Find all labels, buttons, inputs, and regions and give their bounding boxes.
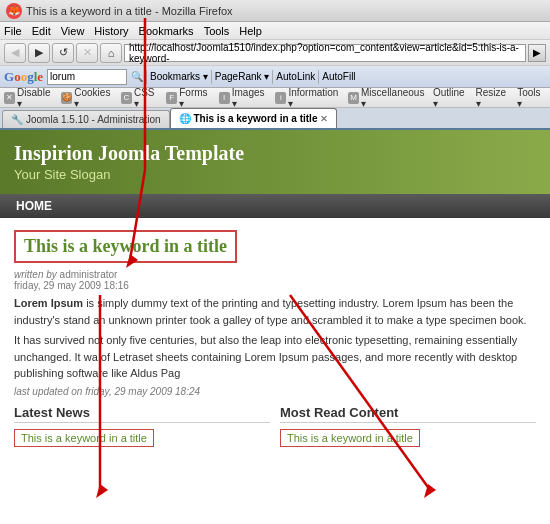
forms-label: Forms ▾ [179,87,212,109]
address-text: http://localhost/Joomla1510/index.php?op… [129,42,521,64]
menu-bookmarks[interactable]: Bookmarks [139,25,194,37]
tab-admin-label: Joomla 1.5.10 - Administration [26,114,161,125]
misc-item[interactable]: M Miscellaneous ▾ [348,87,427,109]
autolink-label: AutoLink [276,71,315,82]
article-body-text1: is simply dummy text of the printing and… [14,297,527,326]
window-title: This is a keyword in a title - Mozilla F… [26,5,233,17]
written-by-label: written by [14,269,57,280]
tabs-bar: 🔧 Joomla 1.5.10 - Administration 🌐 This … [0,108,550,130]
google-logo: Google [4,69,43,85]
addon-bar: ✕ Disable ▾ 🍪 Cookies ▾ C CSS ▾ F Forms … [0,88,550,108]
site-nav: HOME [0,194,550,218]
misc-label: Miscellaneous ▾ [361,87,427,109]
bookmarks-label: Bookmarks ▾ [150,71,208,82]
menu-file[interactable]: File [4,25,22,37]
article-date: friday, 29 may 2009 18:16 [14,280,129,291]
forward-button[interactable]: ▶ [28,43,50,63]
menu-edit[interactable]: Edit [32,25,51,37]
search-icon: 🔍 [131,71,143,82]
forms-icon: F [166,92,177,104]
latest-news-item-0[interactable]: This is a keyword in a title [14,429,154,447]
most-read-heading: Most Read Content [280,405,536,423]
tab-article-icon: 🌐 [179,113,191,125]
disable-icon: ✕ [4,92,15,104]
go-button[interactable]: ▶ [528,44,546,62]
latest-news-heading: Latest News [14,405,270,423]
cookies-icon: 🍪 [61,92,72,104]
nav-home[interactable]: HOME [10,199,58,213]
back-button[interactable]: ◀ [4,43,26,63]
css-icon: C [121,92,132,104]
information-item[interactable]: i Information ▾ [275,87,342,109]
latest-news-col: Latest News This is a keyword in a title [14,405,270,447]
firefox-icon: 🦊 [6,3,22,19]
article-body-1: Lorem Ipsum is simply dummy text of the … [14,295,536,328]
site-title: Inspirion Joomla Template [14,142,536,165]
tab-article-label: This is a keyword in a title [194,113,318,124]
tab-admin[interactable]: 🔧 Joomla 1.5.10 - Administration [2,110,170,128]
images-label: Images ▾ [232,87,270,109]
images-icon: I [219,92,230,104]
nav-bar: ◀ ▶ ↺ ✕ ⌂ http://localhost/Joomla1510/in… [0,40,550,66]
tools-item[interactable]: Tools ▾ [517,87,546,109]
address-bar[interactable]: http://localhost/Joomla1510/index.php?op… [124,44,526,62]
disable-item[interactable]: ✕ Disable ▾ [4,87,55,109]
article-title: This is a keyword in a title [14,230,237,263]
menu-tools[interactable]: Tools [204,25,230,37]
content-area: This is a keyword in a title written by … [0,218,550,459]
outline-label: Outline ▾ [433,87,470,109]
menu-view[interactable]: View [61,25,85,37]
cookies-item[interactable]: 🍪 Cookies ▾ [61,87,115,109]
menu-help[interactable]: Help [239,25,262,37]
information-icon: i [275,92,286,104]
tools-label: Tools ▾ [517,87,546,109]
images-item[interactable]: I Images ▾ [219,87,270,109]
google-search-input[interactable] [47,69,127,85]
title-bar: 🦊 This is a keyword in a title - Mozilla… [0,0,550,22]
tab-article[interactable]: 🌐 This is a keyword in a title ✕ [170,108,338,128]
site-header: Inspirion Joomla Template Your Site Slog… [0,130,550,194]
google-toolbar: Google 🔍 Bookmarks ▾ PageRank ▾ AutoLink… [0,66,550,88]
menu-history[interactable]: History [94,25,128,37]
article-body-2: It has survived not only five centuries,… [14,332,536,382]
article-meta: written by administrator friday, 29 may … [14,269,536,291]
cookies-label: Cookies ▾ [74,87,115,109]
tab-admin-icon: 🔧 [11,114,23,126]
bottom-section: Latest News This is a keyword in a title… [14,405,536,447]
google-toolbar-icons: 🔍 Bookmarks ▾ PageRank ▾ AutoLink AutoFi… [131,70,356,84]
tab-close-icon[interactable]: ✕ [320,114,328,124]
pagerank-label: PageRank ▾ [215,71,269,82]
article-updated: last updated on friday, 29 may 2009 18:2… [14,386,536,397]
most-read-item-0[interactable]: This is a keyword in a title [280,429,420,447]
css-label: CSS ▾ [134,87,160,109]
forms-item[interactable]: F Forms ▾ [166,87,212,109]
menu-bar: File Edit View History Bookmarks Tools H… [0,22,550,40]
resize-item[interactable]: Resize ▾ [476,87,512,109]
stop-button[interactable]: ✕ [76,43,98,63]
site-slogan: Your Site Slogan [14,167,536,182]
article-author: administrator [60,269,118,280]
svg-marker-6 [424,484,436,498]
outline-item[interactable]: Outline ▾ [433,87,470,109]
reload-button[interactable]: ↺ [52,43,74,63]
disable-label: Disable ▾ [17,87,55,109]
resize-label: Resize ▾ [476,87,512,109]
lorem-ipsum-bold: Lorem Ipsum [14,297,83,309]
home-button[interactable]: ⌂ [100,43,122,63]
css-item[interactable]: C CSS ▾ [121,87,160,109]
most-read-col: Most Read Content This is a keyword in a… [280,405,536,447]
autofill-label: AutoFill [322,71,355,82]
misc-icon: M [348,92,359,104]
svg-marker-4 [96,484,108,498]
information-label: Information ▾ [288,87,342,109]
